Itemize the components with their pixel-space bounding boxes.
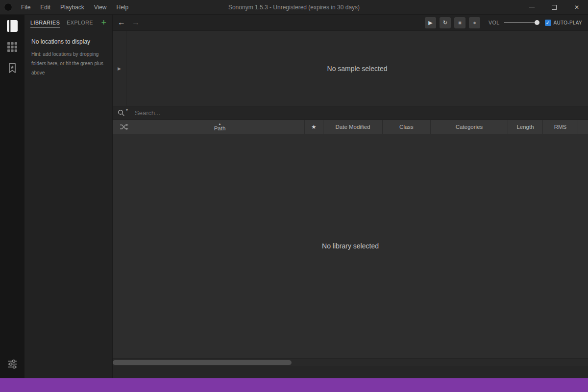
transport-controls: ▶ ↻ ■ ● VOL: [425, 17, 582, 28]
volume-slider-knob[interactable]: [535, 20, 539, 25]
menu-help[interactable]: Help: [112, 0, 134, 14]
volume-slider[interactable]: [504, 22, 539, 23]
titlebar: File Edit Playback View Help Sononym 1.5…: [0, 0, 588, 15]
menu-playback[interactable]: Playback: [55, 0, 89, 14]
menu-file[interactable]: File: [16, 0, 35, 14]
results-table-body: No library selected: [113, 134, 588, 358]
expand-right-icon: ▶: [118, 66, 121, 71]
close-icon: ✕: [574, 4, 579, 11]
column-header-path[interactable]: ▲ Path: [135, 120, 305, 134]
close-button[interactable]: ✕: [565, 0, 588, 14]
sample-preview-pane: ▶ No sample selected: [113, 30, 588, 106]
column-header-rms[interactable]: RMS: [543, 120, 578, 134]
no-locations-title: No locations to display: [31, 38, 105, 45]
sliders-icon: [6, 358, 18, 370]
search-input[interactable]: [135, 109, 583, 117]
back-button[interactable]: ←: [118, 19, 125, 26]
search-dropdown-icon: ▾: [126, 108, 128, 112]
menu-edit[interactable]: Edit: [35, 0, 55, 14]
tab-libraries[interactable]: LIBRARIES: [30, 18, 60, 27]
library-panel-empty-state: No locations to display Hint: add locati…: [24, 30, 112, 85]
column-header-favorite[interactable]: ★: [305, 120, 323, 134]
loop-button[interactable]: ↻: [440, 17, 451, 28]
stop-icon: ■: [458, 20, 462, 25]
autoplay-label: AUTO-PLAY: [554, 20, 582, 25]
shuffle-column-button[interactable]: [113, 120, 135, 134]
results-table-header: ▲ Path ★ Date Modified Class Categories …: [113, 120, 588, 134]
column-label-path: Path: [214, 125, 226, 131]
column-header-class[interactable]: Class: [383, 120, 431, 134]
icon-rail: [0, 15, 24, 378]
search-icon: [118, 109, 125, 117]
horizontal-scrollbar[interactable]: [113, 358, 588, 366]
browser-icon: [5, 19, 20, 33]
no-locations-hint: Hint: add locations by dropping folders …: [31, 49, 105, 77]
maximize-button[interactable]: [543, 0, 565, 14]
library-panel-tabs: LIBRARIES EXPLORE +: [24, 15, 112, 30]
sononym-window: File Edit Playback View Help Sononym 1.5…: [0, 0, 588, 392]
main-area: ← → ▶ ↻ ■ ● VOL: [113, 15, 588, 378]
autoplay-control: ✓ AUTO-PLAY: [545, 20, 582, 26]
check-icon: ✓: [546, 20, 550, 26]
column-label-date-modified: Date Modified: [336, 124, 370, 130]
menu-view[interactable]: View: [89, 0, 112, 14]
no-library-text: No library selected: [322, 242, 379, 250]
volume-label: VOL: [489, 20, 500, 25]
star-icon: ★: [311, 123, 317, 130]
status-strip: [113, 366, 588, 378]
play-button[interactable]: ▶: [425, 17, 436, 28]
minimize-button[interactable]: [520, 0, 543, 14]
window-title: Sononym 1.5.3 - Unregistered (expires in…: [228, 4, 360, 11]
column-label-categories: Categories: [456, 124, 483, 130]
shuffle-icon: [120, 124, 128, 130]
maximize-icon: [552, 5, 557, 10]
grid-icon: [6, 41, 18, 53]
refresh-icon: ↻: [443, 20, 447, 26]
bookmark-star-icon: [6, 62, 18, 74]
column-header-length[interactable]: Length: [508, 120, 543, 134]
column-header-categories[interactable]: Categories: [431, 120, 508, 134]
record-icon: ●: [473, 20, 476, 25]
app-body: LIBRARIES EXPLORE + No locations to disp…: [0, 15, 588, 378]
purple-status-bar: [0, 378, 588, 392]
search-bar: ▾: [113, 106, 588, 120]
record-button[interactable]: ●: [469, 17, 480, 28]
column-header-date-modified[interactable]: Date Modified: [323, 120, 383, 134]
menubar: File Edit Playback View Help: [16, 0, 133, 14]
sidebar-item-grid-view[interactable]: [4, 39, 21, 55]
preview-expander[interactable]: ▶: [113, 31, 126, 106]
add-location-button[interactable]: +: [101, 18, 106, 27]
no-sample-text: No sample selected: [126, 31, 588, 106]
history-nav: ← →: [118, 19, 140, 26]
stop-button[interactable]: ■: [454, 17, 466, 28]
app-logo-icon: [4, 3, 12, 11]
library-panel: LIBRARIES EXPLORE + No locations to disp…: [24, 15, 113, 378]
search-options-button[interactable]: ▾: [118, 109, 128, 117]
horizontal-scrollbar-thumb[interactable]: [113, 360, 292, 365]
column-label-class: Class: [399, 124, 414, 130]
column-label-length: Length: [516, 124, 534, 130]
window-controls: ✕: [520, 0, 588, 14]
column-label-rms: RMS: [554, 124, 567, 130]
sidebar-item-bookmarks[interactable]: [4, 60, 21, 76]
play-icon: ▶: [428, 20, 432, 26]
autoplay-checkbox[interactable]: ✓: [545, 20, 551, 26]
tab-explore[interactable]: EXPLORE: [67, 18, 93, 27]
sidebar-item-browser[interactable]: [4, 18, 21, 34]
main-toolbar: ← → ▶ ↻ ■ ● VOL: [113, 15, 588, 30]
sidebar-item-filter-settings[interactable]: [4, 356, 21, 372]
forward-button[interactable]: →: [132, 19, 140, 26]
column-header-filler: [578, 120, 588, 134]
minimize-icon: [529, 7, 535, 7]
